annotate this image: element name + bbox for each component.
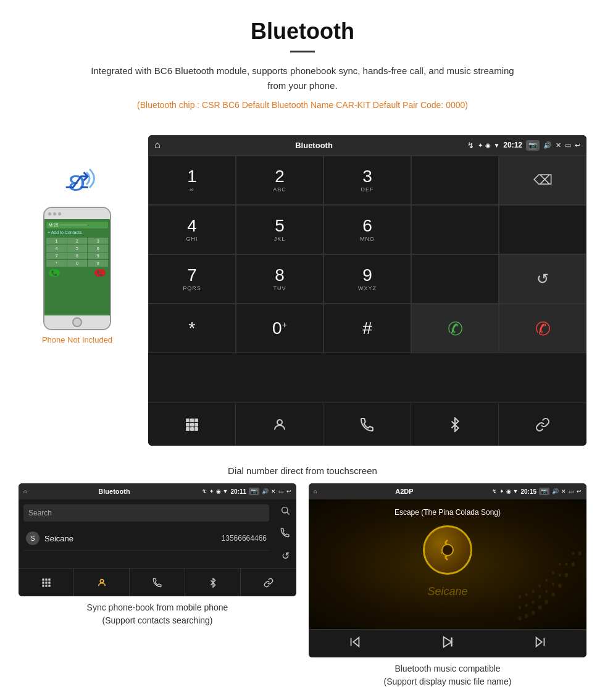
a2dp-home-icon[interactable]: ⌂ [314,488,317,494]
phone-key-3[interactable]: 3 [88,238,108,244]
dial-call-green[interactable]: ✆ [411,304,499,353]
phonebook-caption-line1: Sync phone-book from mobile phone [19,601,296,614]
phone-home-button[interactable] [72,317,82,327]
status-icons: ✦ ◉ ▼ [478,142,499,149]
dial-key-0[interactable]: 0+ [236,304,323,353]
svg-point-38 [545,590,548,593]
bluetooth-icon-area: ʚ ⎇ [56,160,99,201]
pb-action-bar [19,568,296,596]
dial-status-bar: ⌂ Bluetooth ↯ ✦ ◉ ▼ 20:12 📷 🔊 ✕ ▭ ↩ [148,135,586,155]
a2dp-playpause-btn[interactable] [436,630,459,657]
back-icon[interactable]: ↩ [575,141,580,149]
bt-signal-icon: ʚ ⎇ [56,160,99,201]
dial-key-3[interactable]: 3DEF [323,156,411,205]
bt-icon: ✦ [478,142,483,149]
pb-signal-icon: ▼ [223,488,228,494]
a2dp-caption-line1: Bluetooth music compatible [309,662,586,675]
phone-call-red[interactable]: 📞 [94,269,106,277]
pb-status-time: 20:11 [230,488,246,495]
contact-row[interactable]: S Seicane 13566664466 [23,527,269,551]
bottom-screens: ⌂ Bluetooth ↯ ✦ ◉ ▼ 20:11 📷 🔊 ✕ ▭ ↩ [0,483,605,700]
a2dp-close-icon[interactable]: ✕ [561,488,566,494]
dial-key-5[interactable]: 5JKL [236,205,323,254]
phone-key-0[interactable]: 0 [67,260,88,267]
pb-usb-icon: ↯ [202,488,207,494]
pb-home-icon[interactable]: ⌂ [23,488,27,494]
dial-action-link[interactable] [499,403,586,446]
dial-refresh[interactable]: ↺ [499,254,586,304]
phone-key-5[interactable]: 5 [67,245,88,252]
a2dp-back-icon[interactable]: ↩ [577,488,582,494]
pb-screen-title: Bluetooth [29,488,199,495]
phone-key-1[interactable]: 1 [46,238,67,244]
volume-icon: 🔊 [543,141,552,149]
dial-device-screen: ⌂ Bluetooth ↯ ✦ ◉ ▼ 20:12 📷 🔊 ✕ ▭ ↩ [148,135,586,446]
dial-key-8[interactable]: 8TUV [236,254,323,304]
location-icon: ◉ [485,142,491,149]
pb-close-icon[interactable]: ✕ [271,488,276,494]
pb-camera-icon: 📷 [249,488,259,495]
phone-key-hash[interactable]: # [88,260,108,267]
bt-music-icon: ♪ [435,538,460,562]
dial-action-keypad[interactable] [148,403,236,446]
svg-point-36 [532,601,535,604]
dial-key-6[interactable]: 6MNO [323,205,411,254]
phonebook-screen-wrap: ⌂ Bluetooth ↯ ✦ ◉ ▼ 20:11 📷 🔊 ✕ ▭ ↩ [19,483,296,688]
phone-key-7[interactable]: 7 [46,252,67,259]
a2dp-bt-icon: ✦ [499,488,504,494]
dial-action-bluetooth[interactable] [411,403,499,446]
header-description: Integrated with BC6 Bluetooth module, su… [86,64,519,93]
phone-key-2[interactable]: 2 [67,238,88,244]
pb-refresh-icon[interactable]: ↺ [282,550,290,562]
pb-btn-link[interactable] [241,569,296,596]
pb-search-icon[interactable] [280,506,290,518]
dial-key-2[interactable]: 2ABC [236,156,323,205]
dial-action-phone[interactable] [323,403,411,446]
svg-rect-17 [42,581,44,583]
dial-key-7[interactable]: 7PQRS [148,254,236,304]
pb-btn-keypad[interactable] [19,569,74,596]
phonebook-main: Search S Seicane 13566664466 [19,499,274,568]
pb-back-icon[interactable]: ↩ [286,488,291,494]
pb-search-box[interactable]: Search [23,504,269,522]
title-divider [290,51,315,52]
dial-key-9[interactable]: 9WXYZ [323,254,411,304]
pb-btn-bt[interactable] [185,569,241,596]
phone-top-bar [44,208,110,219]
a2dp-next-btn[interactable] [528,630,552,657]
dial-key-4[interactable]: 4GHI [148,205,236,254]
home-icon[interactable]: ⌂ [154,140,161,151]
dial-key-star[interactable]: * [148,304,236,353]
dial-action-contacts[interactable] [236,403,323,446]
contact-name: Seicane [44,534,222,543]
close-icon[interactable]: ✕ [556,141,561,149]
svg-rect-19 [48,581,50,583]
pb-volume-icon: 🔊 [262,488,269,494]
pb-btn-contacts[interactable] [74,569,130,596]
svg-rect-2 [186,419,190,422]
a2dp-prev-btn[interactable] [343,630,367,657]
svg-rect-4 [194,419,198,422]
dial-key-1[interactable]: 1∞ [148,156,236,205]
phone-keypad: 1 2 3 4 5 6 7 8 9 * 0 # [46,238,108,267]
dial-backspace[interactable]: ⌫ [499,156,586,205]
window-icon: ▭ [565,141,571,149]
music-song-title: Escape (The Pina Colada Song) [394,508,501,517]
a2dp-window-icon: ▭ [569,488,574,494]
a2dp-location-icon: ◉ [506,488,511,494]
phone-key-6[interactable]: 6 [88,245,108,252]
pb-side-phone-icon[interactable] [280,528,290,540]
a2dp-controls [309,629,586,657]
phone-call-green[interactable]: 📞 [49,269,60,277]
phone-key-9[interactable]: 9 [88,252,108,259]
phone-not-included-label: Phone Not Included [42,335,112,344]
dial-key-hash[interactable]: # [323,304,411,353]
dial-call-red[interactable]: ✆ [499,304,586,353]
phone-key-4[interactable]: 4 [46,245,67,252]
pb-btn-phone[interactable] [130,569,185,596]
phone-key-star[interactable]: * [46,260,67,267]
a2dp-device-screen: ⌂ A2DP ↯ ✦ ◉ ▼ 20:15 📷 🔊 ✕ ▭ ↩ [309,483,586,657]
phone-key-8[interactable]: 8 [67,252,88,259]
a2dp-volume-icon: 🔊 [552,488,559,494]
phone-column: ʚ ⎇ M:25 ───────── + Add to Contacts [19,135,136,344]
